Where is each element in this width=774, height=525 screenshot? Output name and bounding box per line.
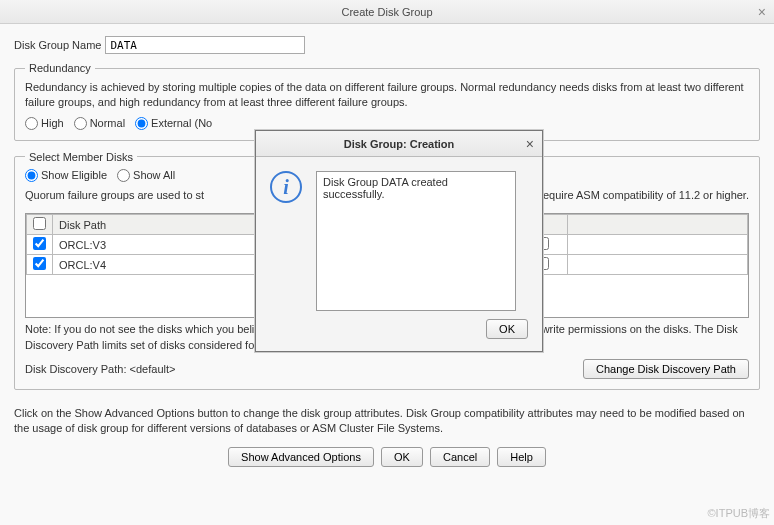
disks-header-checkbox-cell	[27, 215, 53, 235]
redundancy-radios: High Normal External (No	[25, 117, 749, 130]
show-eligible[interactable]: Show Eligible	[25, 169, 107, 182]
footer-note: Click on the Show Advanced Options butto…	[0, 400, 774, 437]
redundancy-description: Redundancy is achieved by storing multip…	[25, 80, 749, 111]
redundancy-normal-radio[interactable]	[74, 117, 87, 130]
discovery-row: Disk Discovery Path: <default> Change Di…	[25, 359, 749, 379]
show-advanced-button[interactable]: Show Advanced Options	[228, 447, 374, 467]
window-titlebar: Create Disk Group ×	[0, 0, 774, 24]
cancel-button[interactable]: Cancel	[430, 447, 490, 467]
modal-body: i Disk Group DATA created successfully.	[256, 157, 542, 319]
ok-button[interactable]: OK	[381, 447, 423, 467]
show-all-label: Show All	[133, 169, 175, 181]
modal-titlebar: Disk Group: Creation ×	[256, 131, 542, 157]
row0-checkbox[interactable]	[33, 237, 46, 250]
redundancy-fieldset: Redundancy Redundancy is achieved by sto…	[14, 62, 760, 141]
redundancy-high[interactable]: High	[25, 117, 64, 130]
creation-modal: Disk Group: Creation × i Disk Group DATA…	[255, 130, 543, 352]
disks-header-checkbox[interactable]	[33, 217, 46, 230]
redundancy-external[interactable]: External (No	[135, 117, 212, 130]
discovery-path-label: Disk Discovery Path:	[25, 363, 126, 375]
disk-group-name-label: Disk Group Name	[14, 39, 101, 51]
footer-buttons: Show Advanced Options OK Cancel Help	[0, 437, 774, 477]
redundancy-external-radio[interactable]	[135, 117, 148, 130]
show-eligible-label: Show Eligible	[41, 169, 107, 181]
disks-header-blank	[568, 215, 748, 235]
help-button[interactable]: Help	[497, 447, 546, 467]
redundancy-high-radio[interactable]	[25, 117, 38, 130]
modal-ok-button[interactable]: OK	[486, 319, 528, 339]
modal-close-icon[interactable]: ×	[526, 131, 534, 157]
watermark: ©ITPUB博客	[708, 506, 771, 521]
change-discovery-path-button[interactable]: Change Disk Discovery Path	[583, 359, 749, 379]
redundancy-normal[interactable]: Normal	[74, 117, 125, 130]
discovery-path-text: Disk Discovery Path: <default>	[25, 363, 175, 375]
row1-checkbox[interactable]	[33, 257, 46, 270]
show-all-radio[interactable]	[117, 169, 130, 182]
discovery-path-value: <default>	[130, 363, 176, 375]
modal-buttons: OK	[256, 319, 542, 351]
show-eligible-radio[interactable]	[25, 169, 38, 182]
redundancy-legend: Redundancy	[25, 62, 95, 74]
redundancy-normal-label: Normal	[90, 117, 125, 129]
disk-group-name-input[interactable]	[105, 36, 305, 54]
window-title: Create Disk Group	[341, 6, 432, 18]
redundancy-high-label: High	[41, 117, 64, 129]
member-disks-legend: Select Member Disks	[25, 151, 137, 163]
info-icon: i	[270, 171, 302, 203]
quorum-note-left: Quorum failure groups are used to st	[25, 188, 204, 203]
modal-title: Disk Group: Creation	[344, 138, 455, 150]
window-close-icon[interactable]: ×	[758, 0, 766, 24]
redundancy-external-label: External (No	[151, 117, 212, 129]
show-all[interactable]: Show All	[117, 169, 175, 182]
modal-message: Disk Group DATA created successfully.	[316, 171, 516, 311]
disk-group-name-row: Disk Group Name	[14, 36, 760, 54]
